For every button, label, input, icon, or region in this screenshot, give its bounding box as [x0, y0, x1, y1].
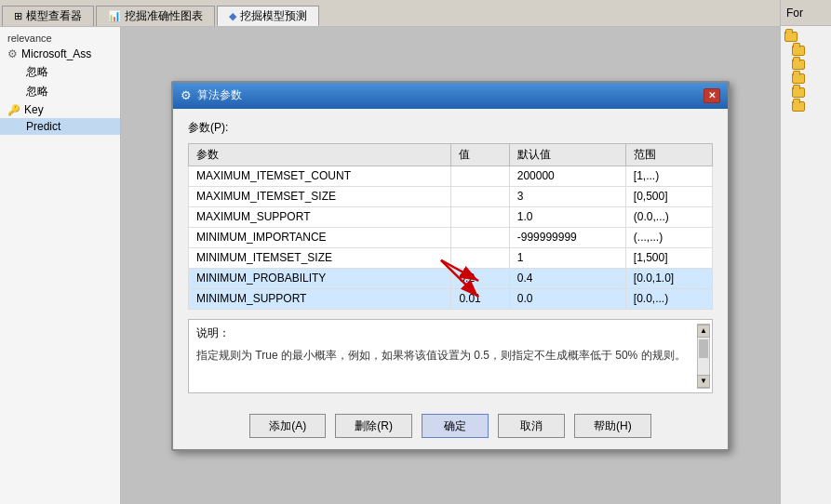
tree-item-2	[792, 44, 827, 58]
param-value	[451, 247, 509, 268]
right-panel: For	[780, 0, 831, 504]
sidebar-item-microsoft-ass-label: Microsoft_Ass	[21, 47, 91, 60]
sidebar-item-predict-label: Predict	[26, 120, 60, 133]
scrollbar-down-button[interactable]: ▼	[697, 375, 710, 388]
description-label: 说明：	[196, 325, 704, 341]
tab-accuracy-chart[interactable]: 📊 挖掘准确性图表	[96, 6, 215, 26]
param-range: [0,500]	[625, 186, 712, 206]
params-label: 参数(P):	[188, 120, 713, 136]
tree-item-5	[792, 86, 827, 99]
param-range: [1,...)	[625, 166, 712, 186]
param-name: MAXIMUM_ITEMSET_SIZE	[189, 186, 451, 206]
dialog-body: 参数(P): 参数 值 默认值 范围	[173, 109, 728, 405]
sidebar-item-key-label: Key	[24, 103, 44, 116]
col-header-range: 范围	[625, 143, 712, 166]
param-range: (...,...)	[625, 227, 712, 247]
right-panel-header: For	[781, 0, 831, 26]
params-table-wrapper: 参数 值 默认值 范围 MAXIMUM_ITEMSET_COUNT 200000	[188, 143, 713, 310]
param-default: 200000	[509, 166, 625, 186]
accuracy-chart-icon: 📊	[108, 10, 121, 22]
tab-model-predict[interactable]: ◆ 挖掘模型预测	[217, 6, 319, 26]
table-row[interactable]: MAXIMUM_ITEMSET_COUNT 200000 [1,...)	[189, 166, 713, 186]
tree-item-6	[792, 99, 827, 113]
tab-model-viewer[interactable]: ⊞ 模型查看器	[2, 6, 94, 26]
param-value	[451, 227, 509, 247]
sidebar: relevance ⚙ Microsoft_Ass 忽略 忽略 🔑 Key Pr…	[0, 26, 121, 504]
param-value: 0.2	[451, 268, 509, 288]
gear-icon: ⚙	[7, 47, 18, 60]
sidebar-item-microsoft-ass[interactable]: ⚙ Microsoft_Ass	[0, 46, 120, 62]
dialog-title: ⚙ 算法参数	[181, 87, 242, 103]
key-icon: 🔑	[7, 104, 20, 116]
tree-item-1	[784, 30, 827, 44]
table-header-row: 参数 值 默认值 范围	[189, 143, 713, 166]
algorithm-params-dialog: ⚙ 算法参数 ✕ 参数(P): 参数 值	[171, 81, 730, 451]
table-row[interactable]: MAXIMUM_ITEMSET_SIZE 3 [0,500]	[189, 186, 713, 206]
col-header-param: 参数	[189, 143, 451, 166]
table-row-support[interactable]: MINIMUM_SUPPORT 0.01 0.0 [0.0,...)	[189, 288, 713, 309]
sidebar-label: relevance	[0, 31, 120, 46]
modal-overlay: ⚙ 算法参数 ✕ 参数(P): 参数 值	[121, 27, 780, 504]
sidebar-item-ignore1[interactable]: 忽略	[0, 62, 120, 82]
param-range: [0.0,...)	[625, 288, 712, 309]
param-default: 0.4	[509, 268, 625, 288]
description-text: 指定规则为 True 的最小概率，例如，如果将该值设置为 0.5，则指定不生成概…	[196, 347, 704, 365]
param-value: 0.01	[451, 288, 509, 309]
add-button[interactable]: 添加(A)	[249, 414, 326, 438]
ok-button[interactable]: 确定	[422, 414, 489, 438]
content-area: ⚙ 算法参数 ✕ 参数(P): 参数 值	[121, 26, 780, 504]
param-range: (0.0,...)	[625, 206, 712, 227]
close-icon: ✕	[708, 90, 716, 100]
dialog-title-bar: ⚙ 算法参数 ✕	[173, 83, 728, 109]
param-name: MAXIMUM_ITEMSET_COUNT	[189, 166, 451, 186]
dialog-title-text: 算法参数	[197, 87, 242, 103]
help-button[interactable]: 帮助(H)	[574, 414, 651, 438]
col-header-default: 默认值	[509, 143, 625, 166]
param-default: -999999999	[509, 227, 625, 247]
col-header-value: 值	[451, 143, 509, 166]
sidebar-item-ignore2[interactable]: 忽略	[0, 82, 120, 101]
param-name: MAXIMUM_SUPPORT	[189, 206, 451, 227]
table-row[interactable]: MAXIMUM_SUPPORT 1.0 (0.0,...)	[189, 206, 713, 227]
dialog-close-button[interactable]: ✕	[704, 88, 720, 103]
cancel-button[interactable]: 取消	[498, 414, 565, 438]
tab-accuracy-chart-label: 挖掘准确性图表	[125, 8, 203, 24]
scrollbar-up-button[interactable]: ▲	[697, 325, 710, 338]
param-value	[451, 186, 509, 206]
param-default: 3	[509, 186, 625, 206]
param-value	[451, 166, 509, 186]
param-default: 1	[509, 247, 625, 268]
right-panel-title: For	[786, 7, 803, 20]
sidebar-item-predict[interactable]: Predict	[0, 118, 120, 135]
sidebar-item-ignore1-label: 忽略	[26, 64, 48, 80]
param-default: 0.0	[509, 288, 625, 309]
tree-item-4	[792, 72, 827, 86]
tree-area	[781, 26, 831, 117]
tab-model-viewer-label: 模型查看器	[26, 8, 82, 24]
param-default: 1.0	[509, 206, 625, 227]
dialog-buttons: 添加(A) 删除(R) 确定 取消 帮助(H)	[173, 405, 728, 449]
delete-button[interactable]: 删除(R)	[335, 414, 412, 438]
folder-icon-6	[792, 101, 805, 112]
folder-icon-5	[792, 87, 805, 98]
scrollbar-thumb[interactable]	[699, 339, 708, 358]
folder-icon-4	[792, 73, 805, 84]
param-name: MINIMUM_PROBABILITY	[189, 268, 451, 288]
dialog-title-icon: ⚙	[181, 88, 192, 102]
sidebar-item-key[interactable]: 🔑 Key	[0, 101, 120, 118]
param-name: MINIMUM_IMPORTANCE	[189, 227, 451, 247]
model-viewer-icon: ⊞	[14, 10, 22, 22]
tab-bar: ⊞ 模型查看器 📊 挖掘准确性图表 ◆ 挖掘模型预测	[0, 0, 321, 26]
folder-icon-1	[784, 32, 797, 42]
param-name: MINIMUM_SUPPORT	[189, 288, 451, 309]
tab-model-predict-label: 挖掘模型预测	[240, 8, 307, 24]
table-row[interactable]: MINIMUM_ITEMSET_SIZE 1 [1,500]	[189, 247, 713, 268]
description-scrollbar[interactable]: ▲ ▼	[697, 324, 710, 389]
param-range: [0.0,1.0]	[625, 268, 712, 288]
table-row[interactable]: MINIMUM_IMPORTANCE -999999999 (...,...)	[189, 227, 713, 247]
params-table: 参数 值 默认值 范围 MAXIMUM_ITEMSET_COUNT 200000	[188, 143, 713, 310]
param-value	[451, 206, 509, 227]
table-row-probability[interactable]: MINIMUM_PROBABILITY 0.2 0.4 [0.0,1.0]	[189, 268, 713, 288]
model-predict-icon: ◆	[229, 10, 236, 22]
param-range: [1,500]	[625, 247, 712, 268]
